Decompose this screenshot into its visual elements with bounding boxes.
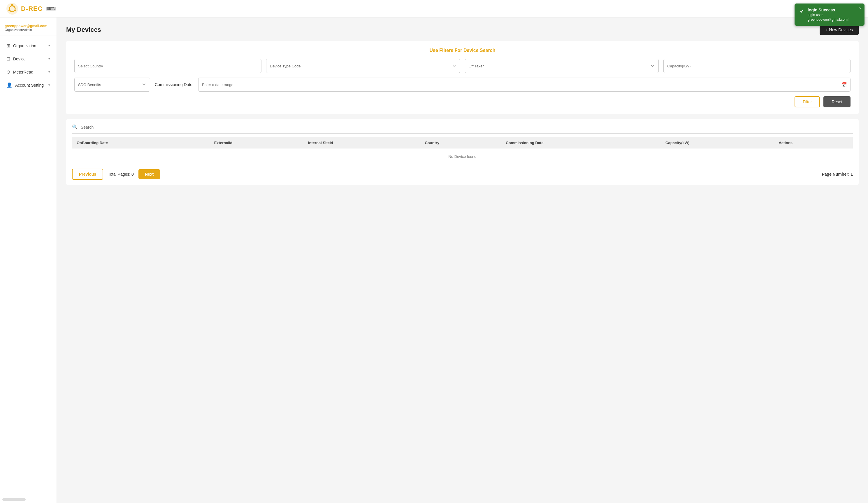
search-row: 🔍 [72, 124, 853, 134]
table-header-row: OnBoarding Date ExternalId Internal Site… [72, 137, 853, 149]
sidebar-item-organization[interactable]: ⊞ Organization ▾ [2, 39, 55, 52]
col-onboarding-date: OnBoarding Date [72, 137, 209, 149]
toast-title: login Success [808, 8, 848, 12]
app-name: D-REC [21, 5, 43, 12]
toast-close-button[interactable]: × [859, 6, 861, 10]
login-toast: × ✔ login Success login user greenppower… [795, 3, 865, 26]
logo-area: D-REC BETA [6, 2, 56, 15]
total-pages: Total Pages: 0 [108, 172, 134, 177]
commissioning-date-label: Commissioning Date: [155, 82, 194, 87]
sidebar-item-account[interactable]: 👤 Account Setting ▾ [2, 79, 55, 91]
next-button[interactable]: Next [138, 169, 160, 179]
toast-body-line1: login user [808, 13, 848, 17]
col-external-id: ExternalId [209, 137, 303, 149]
filter-button[interactable]: Filter [795, 96, 820, 107]
filter-title: Use Filters For Device Search [74, 48, 850, 53]
sidebar-item-label-device: Device [13, 57, 25, 61]
filter-card: Use Filters For Device Search Device Typ… [66, 41, 859, 114]
svg-point-4 [9, 10, 10, 11]
sidebar: greenppower@gmail.com OrganizationAdmin … [0, 18, 57, 503]
page-number: Page Number: 1 [822, 172, 853, 177]
col-country: Country [420, 137, 501, 149]
date-range-wrap: 📅 [198, 78, 850, 92]
sdg-benefits-select[interactable]: SDG Benefits [74, 78, 150, 92]
new-devices-button[interactable]: + New Devices [820, 24, 859, 35]
filter-row-1: Device Type Code Off Taker [74, 59, 850, 73]
filter-actions: Filter Reset [74, 96, 850, 107]
table-scroll: OnBoarding Date ExternalId Internal Site… [72, 137, 853, 164]
devices-table: OnBoarding Date ExternalId Internal Site… [72, 137, 853, 164]
app-layout: greenppower@gmail.com OrganizationAdmin … [0, 18, 868, 503]
page-number-value: 1 [850, 172, 853, 177]
sidebar-item-label-meterread: MeterRead [13, 70, 33, 74]
organization-icon: ⊞ [7, 43, 10, 48]
beta-badge: BETA [46, 7, 56, 10]
no-data-row: No Device found [72, 149, 853, 164]
svg-point-3 [14, 10, 16, 11]
svg-point-2 [11, 4, 13, 7]
header: D-REC BETA [0, 0, 868, 18]
chevron-down-icon-account: ▾ [48, 83, 50, 87]
chevron-down-icon: ▾ [48, 44, 50, 48]
user-email: greenppower@gmail.com [5, 24, 52, 28]
user-role: OrganizationAdmin [5, 28, 52, 31]
date-range-input[interactable] [198, 78, 850, 92]
previous-button[interactable]: Previous [72, 169, 103, 180]
meterread-icon: ⊙ [7, 69, 10, 75]
device-type-code-select[interactable]: Device Type Code [266, 59, 460, 73]
toast-body-line2: greenppower@gmail.com! [808, 18, 848, 22]
user-info: greenppower@gmail.com OrganizationAdmin [0, 21, 56, 36]
off-taker-select[interactable]: Off Taker [465, 59, 659, 73]
sidebar-item-device[interactable]: ⊡ Device ▾ [2, 52, 55, 65]
toast-check-icon: ✔ [800, 8, 804, 14]
nav-items: ⊞ Organization ▾ ⊡ Device ▾ ⊙ MeterRead … [0, 36, 56, 92]
sidebar-item-meterread[interactable]: ⊙ MeterRead ▾ [2, 66, 55, 78]
search-icon: 🔍 [72, 124, 78, 130]
device-icon: ⊡ [7, 56, 10, 62]
chevron-down-icon-device: ▾ [48, 57, 50, 61]
sidebar-item-label-organization: Organization [13, 43, 36, 48]
page-header: My Devices + New Devices [66, 24, 859, 35]
reset-button[interactable]: Reset [824, 96, 850, 107]
chevron-down-icon-meterread: ▾ [48, 70, 50, 74]
main-content: My Devices + New Devices Use Filters For… [57, 18, 868, 503]
page-number-label: Page Number: [822, 172, 849, 177]
select-country-input[interactable] [74, 59, 261, 73]
table-card: 🔍 OnBoarding Date ExternalId Internal Si… [66, 119, 859, 185]
account-icon: 👤 [7, 82, 12, 88]
col-capacity-kw: Capacity(kW) [661, 137, 774, 149]
page-title: My Devices [66, 26, 101, 33]
sidebar-item-label-account: Account Setting [15, 83, 44, 88]
search-input[interactable] [81, 125, 853, 130]
logo-icon [6, 2, 19, 15]
sidebar-scrollbar [2, 498, 25, 501]
col-actions: Actions [774, 137, 853, 149]
capacity-kw-input[interactable] [663, 59, 850, 73]
filter-row-2: SDG Benefits Commissioning Date: 📅 [74, 78, 850, 92]
pagination-row: Previous Total Pages: 0 Next Page Number… [72, 169, 853, 180]
col-commissioning-date: Commissioning Date [501, 137, 661, 149]
no-data-message: No Device found [72, 149, 853, 164]
col-internal-site-id: Internal SiteId [303, 137, 420, 149]
